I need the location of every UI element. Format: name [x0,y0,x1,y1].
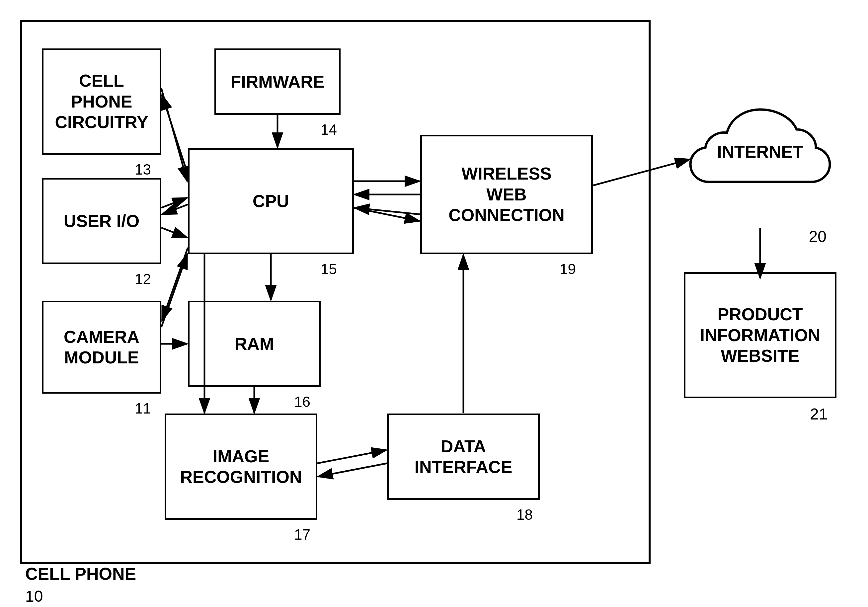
firmware-block: FIRMWARE [214,48,341,115]
cell-phone-circuitry-label: CELLPHONECIRCUITRY [55,70,148,132]
image-recognition-label: IMAGERECOGNITION [180,446,302,488]
firmware-number: 14 [321,121,337,138]
data-interface-label: DATAINTERFACE [415,436,513,478]
svg-line-6 [162,204,188,214]
firmware-label: FIRMWARE [230,71,324,92]
svg-text:INTERNET: INTERNET [717,142,803,161]
cpu-label: CPU [253,191,289,211]
svg-line-3 [161,88,187,181]
svg-line-9 [162,248,188,321]
cell-phone-label: CELL PHONE [25,564,136,584]
user-io-number: 12 [135,271,151,287]
image-recognition-block: IMAGERECOGNITION [164,413,317,520]
ram-number: 16 [294,393,310,410]
cell-phone-circuitry-block: CELLPHONECIRCUITRY [42,48,161,155]
cell-phone-box: CELL PHONE 10 CELLPHONECIRCUITRY 13 USER… [20,20,651,564]
svg-line-7 [161,228,187,238]
data-interface-block: DATAINTERFACE [387,413,540,500]
wireless-web-label: WIRELESSWEBCONNECTION [448,163,564,225]
ram-block: RAM [188,301,321,387]
user-io-label: USER I/O [64,211,140,231]
internet-number: 20 [809,227,826,246]
camera-module-label: CAMERAMODULE [64,327,140,368]
ram-label: RAM [235,333,274,354]
internet-block: INTERNET 20 [684,99,837,226]
cpu-block: CPU [188,148,354,254]
data-interface-number: 18 [516,506,533,523]
camera-module-number: 11 [135,400,151,417]
camera-module-block: CAMERAMODULE [42,301,161,393]
cell-phone-circuitry-number: 13 [135,161,151,178]
wireless-web-number: 19 [560,261,576,277]
product-info-block: PRODUCTINFORMATIONWEBSITE [684,272,837,398]
user-io-block: USER I/O [42,178,161,264]
svg-line-19 [354,208,420,221]
svg-line-17 [318,463,387,477]
svg-line-5 [161,198,187,208]
cell-phone-number: 10 [25,587,43,605]
diagram-container: CELL PHONE 10 CELLPHONECIRCUITRY 13 USER… [13,13,853,584]
svg-line-8 [161,254,187,327]
image-recognition-number: 17 [294,526,310,543]
svg-line-20 [355,208,420,214]
svg-line-4 [162,95,188,175]
wireless-web-block: WIRELESSWEBCONNECTION [420,135,593,254]
cpu-number: 15 [321,261,337,277]
svg-line-16 [317,450,386,463]
product-info-number: 21 [810,405,828,423]
product-info-label: PRODUCTINFORMATIONWEBSITE [700,304,820,366]
